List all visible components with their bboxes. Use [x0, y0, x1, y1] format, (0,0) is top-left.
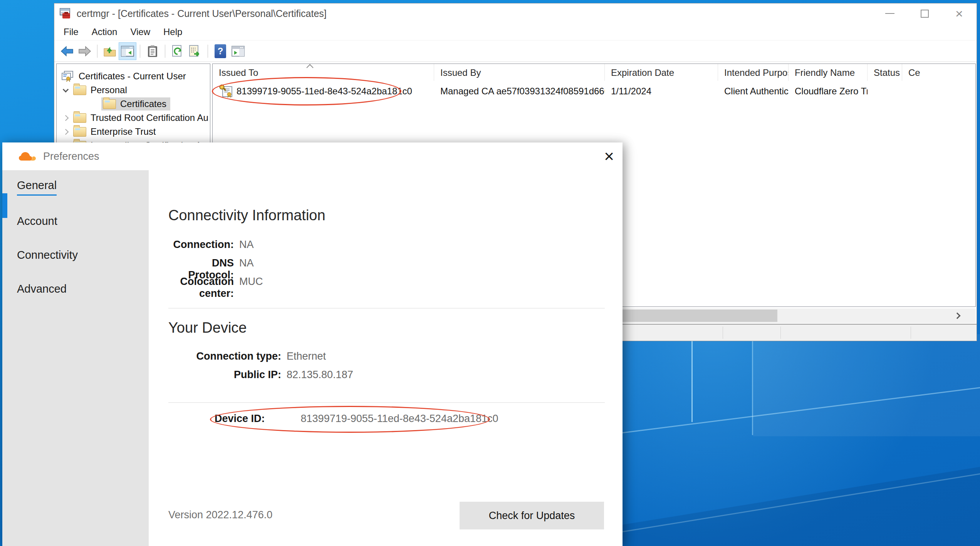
- connection-row: Connection: NA: [168, 239, 254, 251]
- tree-item-certificates[interactable]: Certificates: [57, 97, 210, 111]
- sidebar-item-general[interactable]: General: [2, 170, 149, 204]
- cell-intended-purposes: Client Authentication: [718, 86, 789, 97]
- toolbar: ?: [54, 40, 977, 62]
- column-header-friendly-name[interactable]: Friendly Name: [789, 64, 868, 81]
- copy-button[interactable]: [144, 42, 161, 60]
- dialog-close-button[interactable]: ×: [596, 142, 623, 170]
- folder-icon: [73, 127, 86, 137]
- connection-type-label: Connection type:: [168, 350, 281, 362]
- connection-value: NA: [239, 239, 254, 251]
- column-header-certificate-template[interactable]: Ce: [902, 64, 975, 81]
- preferences-sidebar: General Account Connectivity Advanced: [2, 170, 149, 546]
- certificate-row[interactable]: 81399719-9055-11ed-8e43-524a2ba181c0 Man…: [213, 81, 975, 102]
- menu-action[interactable]: Action: [85, 25, 124, 39]
- certificates-store-icon: [61, 70, 74, 82]
- tree-item-enterprise-trust[interactable]: Enterprise Trust: [57, 125, 210, 139]
- public-ip-row: Public IP: 82.135.80.187: [168, 369, 353, 381]
- sidebar-item-account[interactable]: Account: [2, 204, 149, 238]
- column-header-issued-to[interactable]: Issued To: [213, 64, 434, 81]
- scrollbar-right-arrow-icon[interactable]: [954, 313, 961, 319]
- section-divider: [168, 308, 605, 308]
- check-for-updates-button[interactable]: Check for Updates: [460, 502, 604, 529]
- cell-expiration-date: 1/11/2024: [605, 86, 718, 97]
- toolbar-separator: [97, 45, 97, 58]
- close-button[interactable]: ×: [942, 3, 977, 23]
- chevron-right-icon[interactable]: [63, 115, 69, 121]
- list-header: Issued To Issued By Expiration Date Inte…: [213, 64, 975, 81]
- colocation-center-row: Colocation center: MUC: [168, 276, 263, 300]
- column-header-status[interactable]: Status: [868, 64, 902, 81]
- certificate-key-icon: [219, 84, 233, 99]
- desktop-wallpaper: [601, 334, 980, 546]
- device-id-value: 81399719-9055-11ed-8e43-524a2ba181c0: [301, 413, 498, 425]
- public-ip-label: Public IP:: [168, 369, 281, 381]
- folder-icon: [73, 113, 86, 123]
- tree-selection: Certificates: [101, 97, 170, 111]
- column-header-issued-by[interactable]: Issued By: [434, 64, 605, 81]
- colocation-center-value: MUC: [239, 276, 263, 288]
- section-heading-connectivity: Connectivity Information: [168, 207, 326, 224]
- show-console-tree-button[interactable]: [119, 42, 136, 60]
- chevron-right-icon[interactable]: [63, 129, 69, 135]
- toolbar-separator: [165, 45, 165, 58]
- sidebar-item-connectivity[interactable]: Connectivity: [2, 238, 149, 272]
- wallpaper-floor-shade: [601, 456, 980, 546]
- active-tab-indicator: [2, 193, 7, 218]
- tree-item-label: Certificates - Current User: [79, 71, 186, 82]
- wallpaper-ray: [752, 338, 753, 435]
- new-window-button[interactable]: [229, 42, 247, 60]
- statusbar-pane-divider: [780, 327, 781, 339]
- desktop: { "colors": { "accent_blue": "#0078d7", …: [0, 0, 980, 546]
- certmgr-app-icon: [59, 8, 71, 19]
- tree-item-certificates-current-user[interactable]: Certificates - Current User: [57, 69, 210, 83]
- cell-issued-by: Managed CA ae57f03931324f08591d660e7c370…: [434, 86, 605, 97]
- dialog-title: Preferences: [43, 151, 596, 162]
- folder-icon: [73, 85, 86, 95]
- preferences-header: Preferences ×: [2, 142, 623, 170]
- menu-file[interactable]: File: [64, 25, 85, 39]
- section-heading-your-device: Your Device: [168, 320, 247, 336]
- cell-friendly-name: Cloudflare Zero Tru...: [789, 86, 868, 97]
- toolbar-separator: [140, 45, 140, 58]
- tree-item-personal[interactable]: Personal: [57, 83, 210, 97]
- tree-item-trusted-root[interactable]: Trusted Root Certification Au: [57, 111, 210, 125]
- preferences-dialog: Preferences × General Account Connectivi…: [2, 142, 623, 546]
- maximize-button[interactable]: [907, 3, 942, 23]
- dns-protocol-value: NA: [239, 257, 254, 269]
- device-id-label: Device ID:: [215, 413, 265, 425]
- export-list-icon: [189, 45, 202, 57]
- maximize-icon: [921, 10, 929, 18]
- issued-to-value: 81399719-9055-11ed-8e43-524a2ba181c0: [237, 86, 412, 97]
- column-header-expiration-date[interactable]: Expiration Date: [605, 64, 718, 81]
- minimize-button[interactable]: [873, 3, 907, 23]
- menu-help[interactable]: Help: [157, 25, 189, 39]
- section-divider: [168, 402, 605, 403]
- wallpaper-pane-glow: [753, 334, 980, 436]
- help-icon: ?: [215, 44, 226, 58]
- public-ip-value: 82.135.80.187: [287, 369, 353, 381]
- minimize-icon: [885, 13, 894, 14]
- cloudflare-logo-icon: [18, 151, 36, 161]
- connection-label: Connection:: [168, 239, 234, 251]
- window-controls: ×: [873, 3, 977, 23]
- refresh-button[interactable]: [169, 42, 186, 60]
- help-button[interactable]: ?: [211, 42, 229, 60]
- cell-issued-to: 81399719-9055-11ed-8e43-524a2ba181c0: [213, 84, 434, 99]
- export-list-button[interactable]: [186, 42, 204, 60]
- preferences-content: Connectivity Information Connection: NA …: [149, 170, 623, 546]
- back-button[interactable]: [58, 42, 76, 60]
- new-window-icon: [232, 46, 245, 57]
- forward-button[interactable]: [76, 42, 94, 60]
- close-icon: ×: [955, 7, 963, 20]
- column-header-intended-purposes[interactable]: Intended Purposes: [718, 64, 789, 81]
- sidebar-item-label: Advanced: [17, 283, 67, 295]
- up-one-level-button[interactable]: [101, 42, 119, 60]
- window-title: certmgr - [Certificates - Current User\P…: [77, 8, 873, 19]
- clipboard-icon: [147, 45, 158, 57]
- sidebar-item-advanced[interactable]: Advanced: [2, 272, 149, 306]
- chevron-down-icon[interactable]: [63, 86, 69, 92]
- tree-item-label: Certificates: [120, 99, 166, 109]
- menu-view[interactable]: View: [124, 25, 157, 39]
- titlebar: certmgr - [Certificates - Current User\P…: [54, 3, 977, 23]
- statusbar-pane-divider: [723, 327, 723, 339]
